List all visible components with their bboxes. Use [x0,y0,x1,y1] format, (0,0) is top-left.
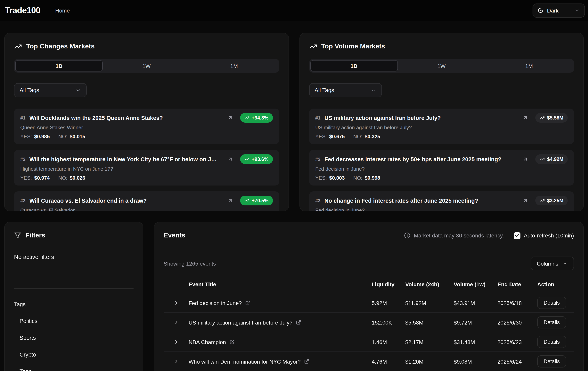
open-market-icon[interactable] [227,198,233,203]
market-card-header: #3 Will Curacao vs. El Salvador end in a… [20,196,273,205]
top-changes-panel: Top Changes Markets 1D 1W 1M All Tags #1… [4,33,289,211]
tag-filter-value: All Tags [315,87,334,93]
tag-filter-crypto[interactable]: Crypto [14,351,134,358]
open-market-icon[interactable] [523,198,528,203]
expand-row-button[interactable] [164,300,189,306]
tag-filter-tech[interactable]: Tech [14,368,134,371]
table-row: US military action against Iran before J… [164,312,574,332]
events-count-text: Showing 1265 events [164,260,216,266]
external-link-icon[interactable] [229,339,234,344]
market-card[interactable]: #2 Will the highest temperature in New Y… [14,150,279,186]
top-volume-panel: Top Volume Markets 1D 1W 1M All Tags #1 … [299,33,584,211]
market-rank: #2 [20,156,26,162]
volume-value: $4.92M [547,156,563,162]
open-market-icon[interactable] [523,115,528,121]
yes-label: YES: [20,175,32,181]
volume-value: $3.25M [547,198,563,203]
chevron-down-icon [75,87,81,93]
market-card-header: #2 Will the highest temperature in New Y… [20,154,273,164]
event-title-cell: Fed decision in June? [189,300,372,306]
market-subtitle: Curacao vs. El Salvador [20,207,273,211]
change-value: +93.6% [252,156,269,162]
expand-row-button[interactable] [164,339,189,345]
auto-refresh-toggle[interactable]: Auto-refresh (10min) [514,232,574,239]
details-button[interactable]: Details [537,355,566,368]
chevron-right-icon [173,339,179,345]
volume-value: $5.58M [547,115,563,120]
header-action: Action [537,281,574,287]
columns-button[interactable]: Columns [531,257,574,270]
market-card[interactable]: #3 Will Curacao vs. El Salvador end in a… [14,191,279,211]
market-subtitle: Highest temperature in NYC on June 17? [20,166,273,172]
columns-button-label: Columns [537,260,558,266]
event-title: Fed decision in June? [189,300,242,306]
panel-header: Top Volume Markets [309,42,574,50]
panel-title: Top Volume Markets [321,42,385,50]
auto-refresh-checkbox[interactable] [514,232,520,239]
change-value: +70.5% [252,198,269,203]
liquidity-cell: 4.76M [372,358,405,365]
filters-panel: Filters No active filters Tags Politics … [4,222,143,371]
table-row: Fed decision in June? 5.92M $11.92M $43.… [164,293,574,312]
details-button[interactable]: Details [537,316,566,329]
tab-1d[interactable]: 1D [310,60,398,72]
open-market-icon[interactable] [523,156,528,162]
open-market-icon[interactable] [227,156,233,162]
external-link-icon[interactable] [296,320,301,325]
trending-up-icon [14,42,22,50]
external-link-icon[interactable] [245,300,250,305]
events-header-right: Market data may 30 seconds latency. Auto… [404,232,574,239]
header-volume-1w: Volume (1w) [454,281,497,287]
market-subtitle: Queen Anne Stakes Winner [20,125,273,130]
tab-1w[interactable]: 1W [398,60,485,72]
details-button[interactable]: Details [537,297,566,309]
theme-select[interactable]: Dark [533,3,585,17]
event-title-cell: NBA Champion [189,339,372,345]
market-card[interactable]: #3 No change in Fed interest rates after… [309,191,574,211]
latency-note: Market data may 30 seconds latency. [414,232,504,239]
external-link-icon[interactable] [304,359,309,364]
no-label: NO: [353,134,362,139]
open-market-icon[interactable] [227,115,233,121]
market-card-header: #1 US military action against Iran befor… [315,113,568,123]
market-card[interactable]: #1 Will Docklands win the 2025 Queen Ann… [14,109,279,144]
panel-header: Top Changes Markets [14,42,279,50]
tab-1w[interactable]: 1W [103,60,190,72]
tag-filter-politics[interactable]: Politics [14,318,134,324]
nav-home[interactable]: Home [55,7,70,13]
expand-row-button[interactable] [164,319,189,325]
market-card[interactable]: #1 US military action against Iran befor… [309,109,574,144]
no-active-filters-text: No active filters [14,254,134,260]
events-title: Events [164,232,185,239]
tags-section-label: Tags [14,301,134,307]
details-button[interactable]: Details [537,336,566,348]
market-title: No change in Fed interest rates after Ju… [325,197,478,204]
market-prices: YES: $0.675 NO: $0.325 [315,134,568,139]
tag-filter-sports[interactable]: Sports [14,335,134,341]
tab-1d[interactable]: 1D [15,60,103,72]
volume-badge: $5.58M [536,113,568,123]
tab-1m[interactable]: 1M [485,60,573,72]
trending-up-icon [244,157,250,162]
market-title: US military action against Iran before J… [325,115,441,121]
tag-filter-select[interactable]: All Tags [14,83,87,97]
volume-badge: $4.92M [536,154,568,164]
market-card[interactable]: #2 Fed decreases interest rates by 50+ b… [309,150,574,186]
change-badge: +94.3% [240,113,273,123]
events-meta-row: Showing 1265 events Columns [164,257,574,270]
info-icon [404,232,410,239]
market-title: Will the highest temperature in New York… [30,156,220,162]
event-title: Who will win Dem nomination for NYC Mayo… [189,358,301,365]
change-badge: +93.6% [240,154,273,164]
yes-price: $0.003 [329,175,345,181]
tag-filter-value: All Tags [20,87,39,93]
chevron-right-icon [173,319,179,325]
trending-up-icon [244,115,250,120]
tab-1m[interactable]: 1M [190,60,278,72]
expand-row-button[interactable] [164,359,189,364]
volume-24h-cell: $11.92M [405,300,454,306]
tag-filter-select[interactable]: All Tags [309,83,382,97]
no-price: $0.026 [70,175,85,181]
market-prices: YES: $0.974 NO: $0.026 [20,175,273,181]
navbar: Trade100 Home Dark [0,0,588,21]
